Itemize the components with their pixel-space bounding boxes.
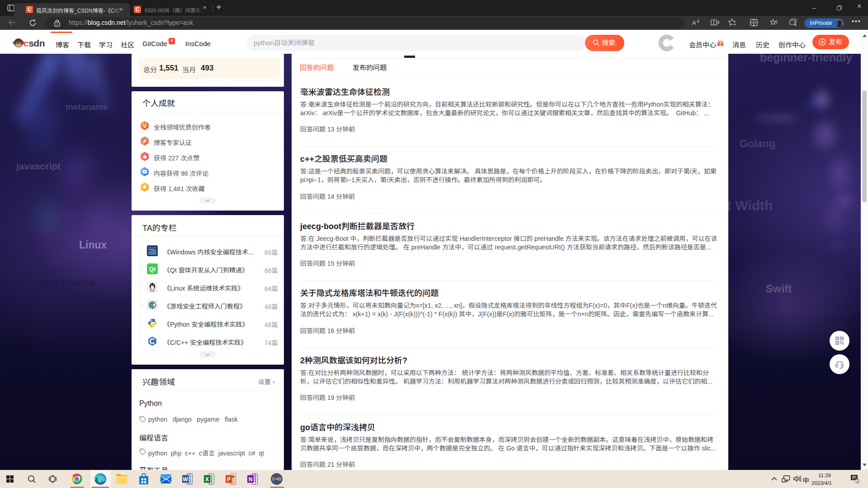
svg-text:N: N bbox=[249, 476, 253, 483]
svg-text:Qt: Qt bbox=[149, 266, 156, 272]
svg-text:Linux: Linux bbox=[150, 290, 156, 292]
svg-text:A: A bbox=[692, 19, 696, 26]
svg-text:P: P bbox=[227, 476, 231, 483]
svg-text:1: 1 bbox=[856, 479, 859, 483]
svg-text:W: W bbox=[183, 476, 188, 483]
svg-text:X: X bbox=[205, 476, 209, 483]
svg-text:V: V bbox=[143, 123, 146, 129]
